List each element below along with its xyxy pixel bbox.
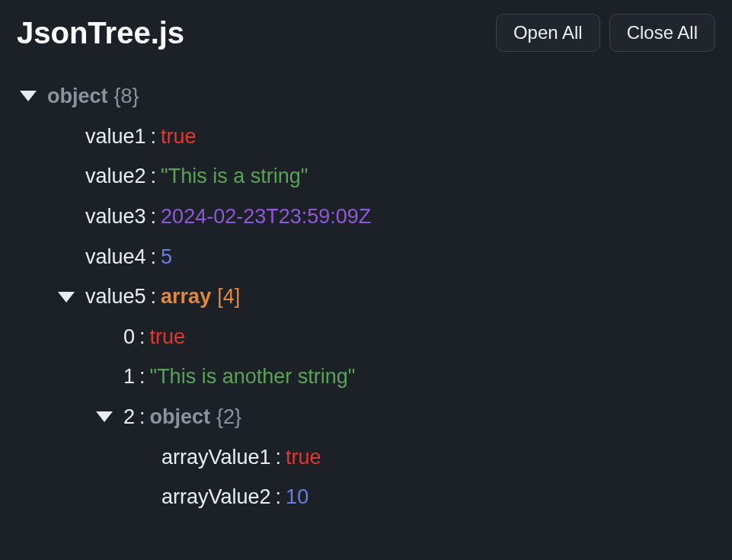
tree-row-value1[interactable]: value1 : true bbox=[17, 117, 715, 157]
value-string: "This is a string" bbox=[161, 156, 308, 197]
key-label: value4 bbox=[85, 237, 146, 277]
colon: : bbox=[276, 477, 282, 517]
object-count: {2} bbox=[216, 397, 241, 437]
open-all-button[interactable]: Open All bbox=[496, 14, 600, 52]
tree-row-array-2[interactable]: 2 : object {2} bbox=[17, 397, 715, 437]
colon: : bbox=[139, 397, 145, 437]
value-date: 2024-02-23T23:59:09Z bbox=[161, 197, 371, 237]
type-label-object: object bbox=[47, 76, 108, 117]
tree-row-value2[interactable]: value2 : "This is a string" bbox=[17, 156, 715, 197]
key-label: arrayValue2 bbox=[161, 477, 271, 517]
colon: : bbox=[151, 237, 157, 277]
key-label: value3 bbox=[85, 197, 146, 237]
tree-row-value4[interactable]: value4 : 5 bbox=[17, 237, 715, 277]
chevron-down-icon[interactable] bbox=[96, 411, 113, 422]
colon: : bbox=[276, 437, 282, 478]
key-label: 1 bbox=[123, 357, 135, 397]
object-count: {8} bbox=[114, 76, 139, 117]
key-label: value5 bbox=[85, 277, 146, 317]
tree-row-arrayvalue1[interactable]: arrayValue1 : true bbox=[17, 437, 715, 478]
value-boolean: true bbox=[161, 117, 197, 157]
colon: : bbox=[151, 197, 157, 237]
value-boolean: true bbox=[150, 317, 186, 357]
key-label: 2 bbox=[123, 397, 135, 437]
key-label: arrayValue1 bbox=[161, 437, 271, 478]
type-label-array: array bbox=[161, 277, 211, 317]
value-number: 10 bbox=[286, 477, 308, 517]
tree-row-array-0[interactable]: 0 : true bbox=[17, 317, 715, 357]
key-label: 0 bbox=[123, 317, 135, 357]
value-boolean: true bbox=[286, 437, 321, 478]
colon: : bbox=[151, 117, 157, 157]
colon: : bbox=[139, 317, 145, 357]
tree-row-array-1[interactable]: 1 : "This is another string" bbox=[17, 357, 715, 397]
type-label-object: object bbox=[150, 397, 211, 437]
json-tree: object {8} value1 : true value2 : "This … bbox=[17, 76, 715, 517]
key-label: value1 bbox=[85, 117, 146, 157]
value-number: 5 bbox=[161, 237, 172, 277]
chevron-down-icon[interactable] bbox=[58, 292, 75, 302]
value-string: "This is another string" bbox=[150, 357, 356, 397]
app-title: JsonTree.js bbox=[17, 16, 184, 50]
key-label: value2 bbox=[85, 156, 146, 197]
array-count: [4] bbox=[217, 277, 240, 317]
tree-row-value3[interactable]: value3 : 2024-02-23T23:59:09Z bbox=[17, 197, 715, 237]
close-all-button[interactable]: Close All bbox=[609, 14, 715, 52]
colon: : bbox=[151, 277, 157, 317]
tree-row-value5[interactable]: value5 : array [4] bbox=[17, 277, 715, 317]
chevron-down-icon[interactable] bbox=[20, 91, 37, 101]
colon: : bbox=[151, 156, 157, 197]
tree-row-root[interactable]: object {8} bbox=[17, 76, 715, 117]
colon: : bbox=[139, 357, 145, 397]
header-actions: Open All Close All bbox=[496, 14, 715, 52]
header: JsonTree.js Open All Close All bbox=[17, 14, 715, 52]
tree-row-arrayvalue2[interactable]: arrayValue2 : 10 bbox=[17, 477, 715, 517]
